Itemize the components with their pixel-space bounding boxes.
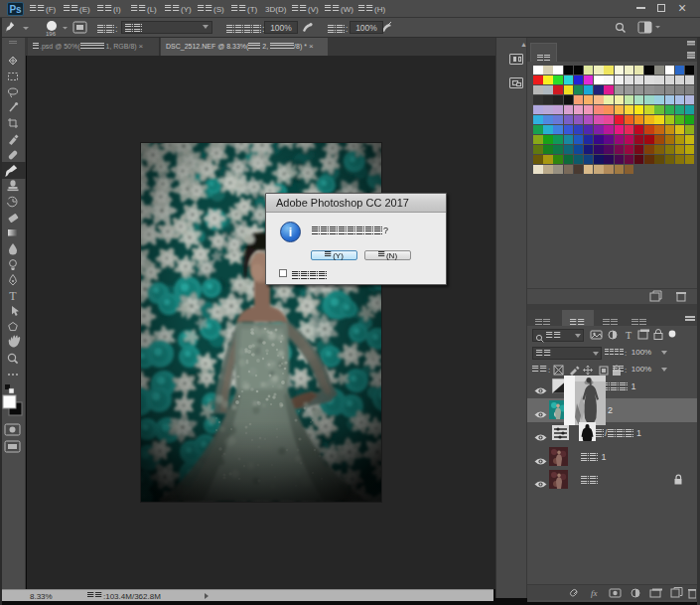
svg-text:T: T [9, 289, 17, 303]
svg-text:T: T [626, 330, 631, 341]
svg-text:fx: fx [591, 588, 598, 598]
svg-text:196: 196 [46, 31, 57, 37]
